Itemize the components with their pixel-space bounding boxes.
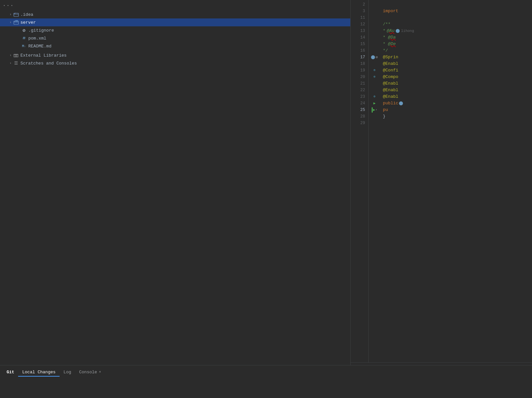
gutter-25[interactable]: ▶ › [369, 107, 380, 113]
tab-local-changes-label: Local Changes [22, 370, 55, 375]
tree-item-scratches[interactable]: › ☰ Scratches and Consoles [0, 59, 350, 67]
file-tree: › .idea › [0, 0, 350, 365]
public-keyword: public [383, 100, 398, 107]
tree-item-external-libs[interactable]: › External Libraries [0, 51, 350, 59]
author-name-inline: lihong [401, 28, 414, 34]
code-line-13: * @Au lihong [383, 28, 529, 34]
code-line-3: import [383, 8, 529, 14]
annotation-23: @Enabl [383, 94, 398, 99]
tab-bar: Git Local Changes Log Console × [0, 365, 532, 377]
line-num-23: 23 [351, 93, 368, 100]
code-line-15: * @De [383, 41, 529, 47]
gutter-19[interactable]: ⊕ [369, 67, 380, 74]
gutter-18 [369, 61, 380, 67]
javadoc-line-13: * [383, 28, 386, 34]
code-line-20: @Compo [383, 74, 529, 80]
gutter-11 [369, 14, 380, 21]
search-gutter-icon-19: ⊕ [373, 67, 375, 74]
javadoc-tag-13: @Au [387, 28, 394, 34]
code-line-28: } [383, 113, 529, 120]
tree-item-gitignore[interactable]: › ⊘ .gitignore [0, 26, 350, 34]
gutter-20[interactable]: ⊕ [369, 74, 380, 80]
line-num-18: 18 [351, 61, 368, 67]
line-num-20: 20 [351, 74, 368, 80]
gutter-15 [369, 41, 380, 47]
line-num-12: 12 [351, 21, 368, 28]
tab-log-label: Log [64, 370, 71, 375]
line-num-19: 19 [351, 67, 368, 74]
gutter-28 [369, 113, 380, 120]
code-line-19: @Confi [383, 67, 529, 74]
run-gutter-icon-25: ▶ [373, 107, 375, 113]
libraries-icon [13, 52, 19, 58]
code-line-23: @Enabl [383, 93, 529, 100]
horizontal-scrollbar[interactable] [351, 362, 532, 365]
code-line-2 [383, 1, 529, 8]
run-gutter-icon-24: ▶ [373, 100, 376, 107]
tree-item-readme-label: README.md [28, 44, 51, 49]
code-line-25-text: pu [383, 107, 388, 112]
code-line-24: public [383, 100, 529, 107]
gutter-24[interactable]: ▶ [369, 100, 380, 107]
annotation-20: @Compo [383, 74, 398, 79]
annotation-18: @Enabl [383, 61, 398, 66]
import-keyword: import [383, 9, 398, 13]
code-line-11 [383, 14, 529, 21]
svg-rect-3 [14, 54, 15, 57]
line-num-29: 29 [351, 120, 368, 126]
annotation-21: @Enabl [383, 81, 398, 86]
stop-icon: ⊘ [376, 54, 378, 61]
javadoc-tag-14: @Da [388, 35, 396, 40]
annotation-22: @Enabl [383, 88, 398, 93]
gutter-13 [369, 28, 380, 34]
file-tree-panel: ··· › .idea › [0, 0, 351, 365]
tree-item-pom[interactable]: › m pom.xml [0, 34, 350, 42]
code-line-12: /** [383, 21, 529, 28]
search-gutter-icon-20: ⊕ [373, 74, 375, 80]
tree-item-scratches-label: Scratches and Consoles [20, 61, 77, 66]
expand-icon-25: › [376, 107, 377, 113]
javadoc-end: */ [383, 48, 388, 53]
code-line-22: @Enabl [383, 87, 529, 93]
close-brace: } [383, 114, 386, 119]
annotation-17: @Sprin [383, 54, 398, 61]
tab-local-changes[interactable]: Local Changes [18, 367, 59, 377]
author-badge-24 [399, 101, 403, 105]
svg-rect-5 [17, 54, 18, 57]
gutter-17[interactable]: ⊘ [369, 54, 380, 61]
tab-git[interactable]: Git [3, 367, 18, 377]
main-area: ··· › .idea › [0, 0, 532, 365]
tree-item-server-label: server [20, 20, 36, 25]
line-num-28: 28 [351, 113, 368, 120]
tab-console[interactable]: Console × [75, 367, 105, 377]
svg-rect-4 [15, 54, 17, 57]
tab-log[interactable]: Log [60, 367, 75, 377]
javadoc-start: /** [383, 22, 390, 27]
gutter-29 [369, 120, 380, 126]
search-gutter-icon-23: ⊕ [373, 93, 375, 100]
line-numbers: 2 3 11 12 13 14 15 16 17 18 19 20 21 22 … [351, 0, 369, 362]
gutter-22 [369, 87, 380, 93]
tab-git-label: Git [7, 370, 14, 375]
line-num-11: 11 [351, 14, 368, 21]
code-line-17: @Sprin [383, 54, 529, 61]
tree-item-idea[interactable]: › .idea [0, 11, 350, 18]
tree-item-readme[interactable]: › M↓ README.md [0, 42, 350, 50]
bottom-bar: Git Local Changes Log Console × [0, 365, 532, 398]
tree-item-server[interactable]: › server [0, 18, 350, 26]
tab-console-close[interactable]: × [99, 370, 101, 374]
author-avatar [371, 55, 375, 59]
gutter-14 [369, 34, 380, 41]
tree-item-gitignore-label: .gitignore [28, 28, 54, 33]
line-num-16: 16 [351, 47, 368, 54]
gutter-23[interactable]: ⊕ [369, 93, 380, 100]
tree-item-pom-label: pom.xml [28, 36, 46, 41]
pom-icon: m [21, 35, 27, 41]
gutter-21 [369, 80, 380, 87]
sidebar-menu-button[interactable]: ··· [3, 3, 14, 9]
chevron-right-icon-server: › [8, 20, 13, 25]
code-area: import /** * @Au lihong * @D [380, 0, 532, 362]
code-line-21: @Enabl [383, 80, 529, 87]
chevron-right-icon: › [8, 12, 13, 17]
line-num-24: 24 [351, 100, 368, 107]
